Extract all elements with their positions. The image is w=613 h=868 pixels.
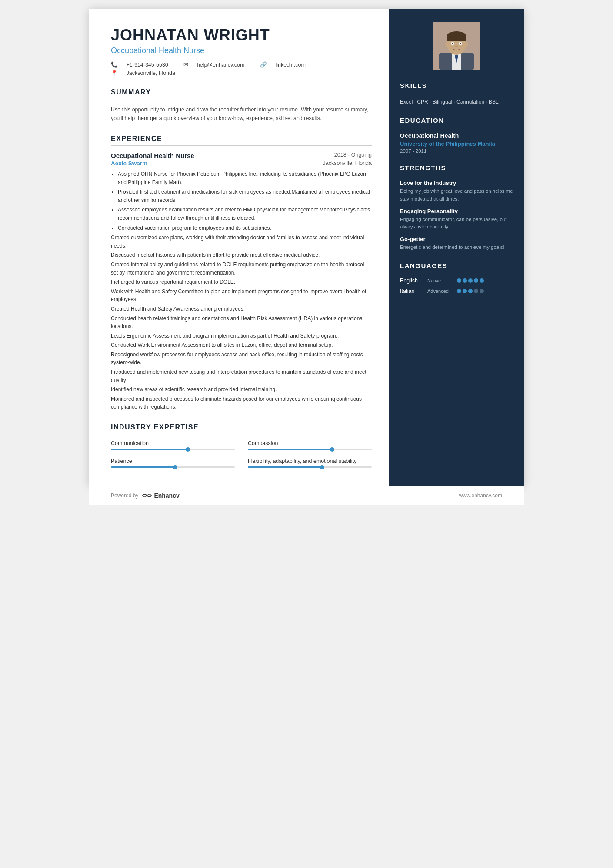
para-item: Work with Health and Safety Committee to… bbox=[111, 288, 372, 304]
strength-desc-2: Energetic and determined to achieve my g… bbox=[400, 244, 513, 251]
linkedin-item: 🔗 linkedin.com bbox=[260, 62, 313, 68]
bullet-item: Assigned OHN Nurse for Phoenix Petroleum… bbox=[118, 170, 372, 186]
bar-track bbox=[248, 449, 372, 450]
bar-fill-compassion bbox=[248, 449, 332, 450]
svg-point-12 bbox=[445, 42, 449, 47]
expertise-label: Compassion bbox=[248, 440, 372, 446]
contact-row-2: 📍 Jacksonville, Florida bbox=[111, 70, 372, 76]
bar-track bbox=[248, 466, 372, 468]
language-italian: Italian Advanced bbox=[400, 288, 513, 294]
enhancv-logo: Enhancv bbox=[142, 492, 179, 499]
strength-desc-0: Doing my job with great love and passion… bbox=[400, 188, 513, 203]
candidate-title: Occupational Health Nurse bbox=[111, 46, 372, 55]
contact-row-1: 📞 +1-914-345-5530 ✉ help@enhancv.com 🔗 l… bbox=[111, 61, 372, 68]
bullet-item: Provided first aid treatment and medicat… bbox=[118, 188, 372, 204]
para-item: Created customized care plans, working w… bbox=[111, 234, 372, 250]
linkedin-icon: 🔗 bbox=[260, 62, 267, 68]
bullet-item: Assessed employees examination results a… bbox=[118, 206, 372, 222]
edu-years: 2007 - 2011 bbox=[400, 148, 513, 154]
para-item: Identified new areas of scientific resea… bbox=[111, 385, 372, 394]
resume-header: JOHNATAN WRIGHT Occupational Health Nurs… bbox=[111, 26, 372, 76]
job-location: Jacksonville, Florida bbox=[323, 160, 372, 167]
svg-point-9 bbox=[452, 43, 453, 44]
lang-level-italian: Advanced bbox=[427, 288, 453, 294]
para-item: Conducted health related trainings and o… bbox=[111, 315, 372, 331]
education-section: EDUCATION Occupational Health University… bbox=[400, 117, 513, 154]
para-item: Created Health and Safety Awareness amon… bbox=[111, 305, 372, 313]
lang-name-italian: Italian bbox=[400, 288, 424, 294]
education-entry: Occupational Health University of the Ph… bbox=[400, 132, 513, 154]
para-item: Leads Ergonomic Assessment and program i… bbox=[111, 332, 372, 340]
powered-by-text: Powered by bbox=[111, 493, 138, 499]
svg-rect-6 bbox=[447, 36, 466, 41]
email-item: ✉ help@enhancv.com bbox=[183, 62, 253, 68]
email-icon: ✉ bbox=[183, 62, 188, 68]
para-item: Redesigned workflow processes for emplyo… bbox=[111, 351, 372, 367]
dot bbox=[480, 278, 484, 283]
svg-point-11 bbox=[455, 46, 458, 47]
expertise-item-patience: Patience bbox=[111, 458, 235, 468]
svg-point-13 bbox=[464, 42, 468, 47]
strengths-section: STRENGTHS Love for the Industry Doing my… bbox=[400, 164, 513, 251]
enhancv-logo-icon bbox=[142, 492, 152, 499]
bullet-item: Conducted vaccination program to employe… bbox=[118, 224, 372, 232]
lang-level-english: Native bbox=[427, 278, 453, 283]
right-column: SKILLS Excel · CPR · Bilingual · Cannula… bbox=[389, 9, 524, 486]
job-company: Aexie Swarm bbox=[111, 160, 147, 167]
expertise-item-flexibility: Flexibility, adaptability, and emotional… bbox=[248, 458, 372, 468]
para-item: Conducted Work Environment Assessment to… bbox=[111, 341, 372, 349]
summary-text: Use this opportunity to intrigue and dra… bbox=[111, 105, 372, 123]
svg-point-10 bbox=[460, 43, 461, 44]
strength-name-2: Go-getter bbox=[400, 236, 513, 242]
photo-container bbox=[400, 22, 513, 70]
job-date: 2018 - Ongoing bbox=[334, 152, 372, 158]
bar-track bbox=[111, 466, 235, 468]
dot bbox=[474, 289, 478, 293]
lang-name-english: English bbox=[400, 278, 424, 284]
expertise-item-compassion: Compassion bbox=[248, 440, 372, 450]
para-item: Introduced and implemented new testing a… bbox=[111, 368, 372, 384]
strengths-title: STRENGTHS bbox=[400, 164, 513, 174]
education-title: EDUCATION bbox=[400, 117, 513, 127]
skills-section: SKILLS Excel · CPR · Bilingual · Cannula… bbox=[400, 82, 513, 106]
expertise-item-communication: Communication bbox=[111, 440, 235, 450]
lang-dots-italian bbox=[457, 289, 484, 293]
skills-title: SKILLS bbox=[400, 82, 513, 92]
job-title: Occupational Health Nurse bbox=[111, 152, 194, 159]
location-item: 📍 Jacksonville, Florida bbox=[111, 70, 182, 76]
para-item: Discussed medical histories with patient… bbox=[111, 251, 372, 259]
para-item: Monitored and inspected processes to eli… bbox=[111, 395, 372, 411]
strength-name-0: Love for the Industry bbox=[400, 180, 513, 186]
languages-section: LANGUAGES English Native Italian Advance… bbox=[400, 262, 513, 294]
skills-text: Excel · CPR · Bilingual · Cannulation · … bbox=[400, 97, 513, 106]
para-item: Incharged to various reportorial require… bbox=[111, 278, 372, 286]
phone-item: 📞 +1-914-345-5530 bbox=[111, 62, 177, 68]
footer-left: Powered by Enhancv bbox=[111, 492, 180, 499]
bar-fill-flexibility bbox=[248, 466, 322, 468]
footer: Powered by Enhancv www.enhancv.com bbox=[89, 486, 524, 505]
job-paragraphs: Created customized care plans, working w… bbox=[111, 234, 372, 411]
dot bbox=[474, 278, 478, 283]
edu-degree: Occupational Health bbox=[400, 132, 513, 139]
footer-website: www.enhancv.com bbox=[459, 493, 502, 499]
expertise-section: INDUSTRY EXPERTISE Communication Compass… bbox=[111, 423, 372, 468]
strength-desc-1: Engaging communicator, can be persuasive… bbox=[400, 216, 513, 231]
bar-fill-communication bbox=[111, 449, 188, 450]
dot bbox=[457, 289, 461, 293]
dot bbox=[457, 278, 461, 283]
location-icon: 📍 bbox=[111, 70, 118, 76]
expertise-grid: Communication Compassion Patience bbox=[111, 440, 372, 468]
language-english: English Native bbox=[400, 278, 513, 284]
edu-school: University of the Philippines Manila bbox=[400, 141, 513, 147]
para-item: Created internal policy and guidelines r… bbox=[111, 261, 372, 277]
dot bbox=[468, 289, 473, 293]
candidate-name: JOHNATAN WRIGHT bbox=[111, 26, 372, 44]
summary-section: SUMMARY Use this opportunity to intrigue… bbox=[111, 88, 372, 123]
candidate-photo bbox=[433, 22, 480, 70]
expertise-label: Patience bbox=[111, 458, 235, 464]
phone-icon: 📞 bbox=[111, 62, 118, 68]
dot bbox=[468, 278, 473, 283]
expertise-label: Communication bbox=[111, 440, 235, 446]
experience-title: EXPERIENCE bbox=[111, 135, 372, 146]
dot bbox=[463, 289, 467, 293]
